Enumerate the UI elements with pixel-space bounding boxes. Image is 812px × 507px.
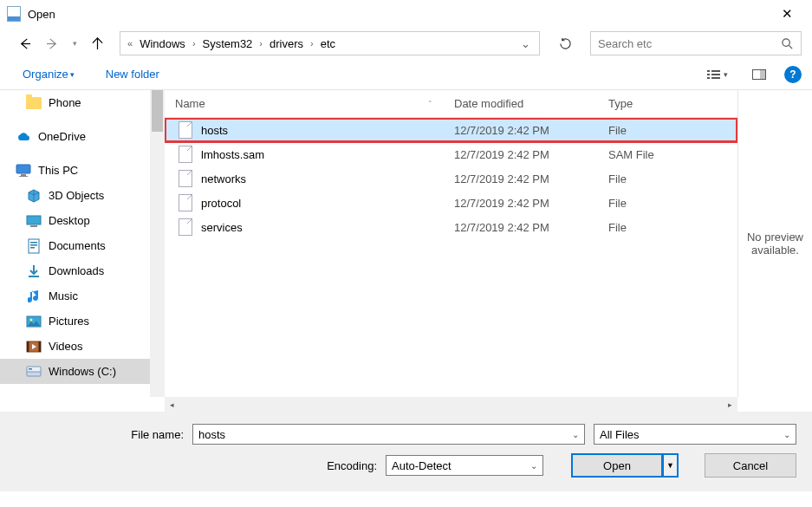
close-button[interactable]: ✕ (767, 1, 807, 27)
svg-rect-18 (29, 276, 39, 277)
sidebar-scrollbar[interactable] (150, 90, 165, 397)
breadcrumb-overflow-icon[interactable]: « (124, 38, 136, 49)
tree-item-documents[interactable]: Documents (0, 233, 165, 258)
file-name: services (201, 221, 243, 234)
file-type: File (598, 197, 637, 210)
filename-input[interactable] (198, 428, 572, 441)
cancel-button[interactable]: Cancel (705, 453, 796, 478)
file-name: lmhosts.sam (201, 148, 264, 161)
svg-rect-16 (30, 244, 37, 246)
downloads-icon (26, 263, 42, 279)
view-mode-button[interactable]: ▾ (698, 63, 737, 86)
sort-ascending-icon: ˄ (428, 100, 432, 108)
file-row[interactable]: protocol12/7/2019 2:42 PMFile (165, 191, 737, 215)
chevron-right-icon[interactable]: › (307, 38, 317, 49)
file-date: 12/7/2019 2:42 PM (444, 197, 598, 210)
breadcrumb-item[interactable]: Windows (136, 37, 189, 50)
tree-item-windows-c-[interactable]: Windows (C:) (0, 359, 165, 384)
organize-menu[interactable]: Organize▾ (17, 64, 80, 84)
svg-rect-12 (27, 216, 41, 224)
svg-rect-17 (30, 247, 35, 249)
preview-pane-toggle[interactable] (744, 63, 774, 86)
documents-icon (26, 238, 42, 254)
new-folder-button[interactable]: New folder (99, 64, 166, 84)
tree-item-videos[interactable]: Videos (0, 334, 165, 359)
tree-item-3d-objects[interactable]: 3D Objects (0, 183, 165, 208)
column-header-type[interactable]: Type (598, 90, 737, 117)
drive-icon (26, 364, 42, 380)
scroll-right-arrow[interactable]: ▸ (723, 397, 737, 412)
svg-rect-26 (29, 368, 32, 370)
file-date: 12/7/2019 2:42 PM (444, 148, 598, 161)
tree-item-desktop[interactable]: Desktop (0, 208, 165, 233)
file-type: File (598, 124, 637, 137)
search-icon[interactable] (781, 37, 794, 50)
file-date: 12/7/2019 2:42 PM (444, 124, 598, 137)
svg-rect-5 (711, 74, 720, 75)
tree-item-music[interactable]: Music (0, 283, 165, 309)
svg-rect-23 (39, 341, 42, 352)
filename-history-dropdown[interactable]: ⌄ (572, 430, 579, 439)
file-icon (179, 218, 192, 236)
encoding-select[interactable]: Auto-Detect⌄ (386, 455, 543, 476)
nav-up-button[interactable] (85, 31, 109, 55)
svg-rect-10 (21, 174, 26, 176)
window-title: Open (28, 8, 767, 21)
open-split-dropdown[interactable]: ▼ (663, 453, 679, 478)
tree-item-this-pc[interactable]: This PC (0, 158, 165, 183)
svg-rect-4 (711, 70, 720, 72)
column-header-name[interactable]: Name˄ (165, 90, 444, 117)
address-history-dropdown[interactable]: ⌄ (516, 37, 536, 50)
file-type-filter[interactable]: All Files⌄ (594, 424, 796, 445)
pc-icon (16, 163, 31, 179)
chevron-right-icon[interactable]: › (256, 38, 266, 49)
file-type: SAM File (598, 148, 665, 161)
scroll-left-arrow[interactable]: ◂ (165, 397, 179, 412)
videos-icon (26, 339, 42, 354)
onedrive-icon (16, 129, 31, 145)
file-row[interactable]: hosts12/7/2019 2:42 PMFile (165, 118, 737, 142)
nav-recent-dropdown[interactable]: ▾ (68, 31, 81, 55)
nav-back-button[interactable] (12, 31, 36, 55)
file-name: protocol (201, 197, 241, 210)
filename-field[interactable]: ⌄ (192, 424, 585, 445)
file-row[interactable]: lmhosts.sam12/7/2019 2:42 PMSAM File (165, 142, 737, 166)
filename-label: File name: (16, 428, 184, 441)
nav-forward-button[interactable] (40, 31, 64, 55)
filelist-h-scrollbar[interactable]: ◂ ▸ (165, 397, 737, 412)
file-row[interactable]: services12/7/2019 2:42 PMFile (165, 215, 737, 239)
column-header-date[interactable]: Date modified (444, 90, 598, 117)
svg-point-20 (30, 318, 33, 321)
svg-rect-11 (19, 176, 28, 177)
encoding-label: Encoding: (327, 459, 377, 472)
file-name: hosts (201, 124, 228, 137)
svg-rect-15 (30, 242, 37, 244)
tree-item-downloads[interactable]: Downloads (0, 258, 165, 283)
breadcrumb-item[interactable]: System32 (199, 37, 257, 50)
svg-rect-6 (711, 77, 720, 79)
search-input[interactable] (598, 37, 781, 50)
tree-item-phone[interactable]: Phone (0, 90, 165, 115)
file-row[interactable]: networks12/7/2019 2:42 PMFile (165, 166, 737, 191)
help-button[interactable]: ? (784, 66, 802, 83)
refresh-button[interactable] (550, 31, 580, 55)
svg-rect-22 (27, 341, 29, 352)
svg-rect-2 (707, 74, 710, 75)
tree-item-pictures[interactable]: Pictures (0, 309, 165, 334)
breadcrumb-item[interactable]: drivers (266, 37, 307, 50)
preview-pane: No preview available. (737, 90, 812, 397)
chevron-right-icon[interactable]: › (189, 38, 199, 49)
search-input-container[interactable] (590, 31, 802, 55)
svg-rect-13 (30, 225, 37, 227)
navigation-tree[interactable]: PhoneOneDriveThis PC3D ObjectsDesktopDoc… (0, 90, 165, 397)
address-bar[interactable]: « Windows › System32 › drivers › etc ⌄ (120, 31, 540, 55)
music-icon (26, 289, 42, 304)
tree-item-onedrive[interactable]: OneDrive (0, 124, 165, 149)
file-name: networks (201, 172, 246, 185)
breadcrumb-item[interactable]: etc (317, 37, 339, 50)
svg-rect-9 (16, 165, 30, 173)
file-type: File (598, 172, 637, 185)
file-icon (179, 170, 192, 187)
3d-icon (26, 188, 42, 204)
open-button[interactable]: Open (571, 453, 663, 478)
